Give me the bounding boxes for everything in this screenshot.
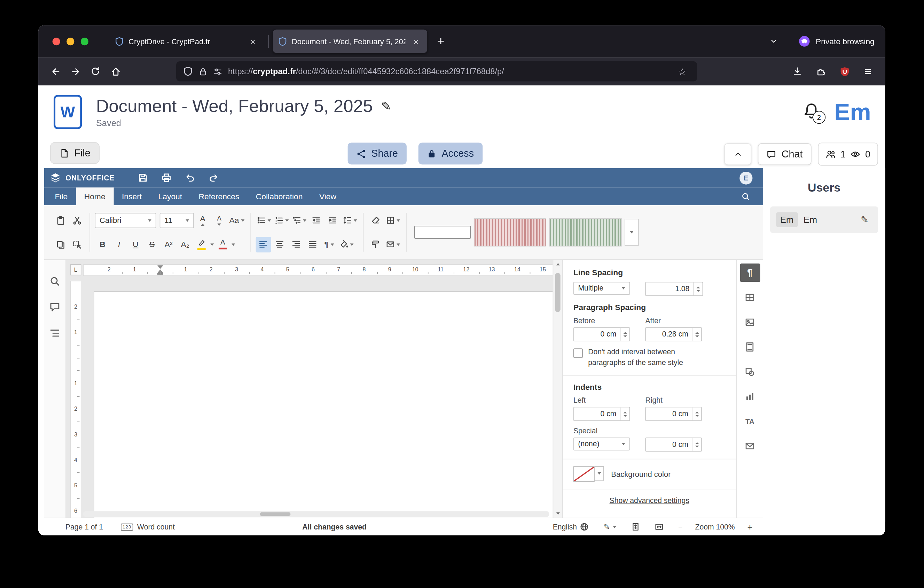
bookmark-star-icon[interactable]: ☆ [674, 65, 690, 78]
tab-stop-selector[interactable]: L [70, 264, 81, 275]
extensions-button[interactable] [811, 62, 831, 81]
copy-style-button[interactable] [368, 237, 383, 252]
collapse-toolbar-button[interactable] [724, 143, 752, 165]
paragraph-style-preview[interactable] [474, 218, 546, 246]
background-color-dropdown[interactable] [595, 466, 604, 481]
line-spacing-button[interactable] [342, 213, 358, 228]
spinner-arrows[interactable] [692, 438, 701, 451]
chevron-down-icon[interactable] [231, 243, 235, 246]
underline-button[interactable]: U [128, 237, 143, 252]
increase-indent-button[interactable] [325, 213, 340, 228]
zoom-out-button[interactable]: − [675, 522, 686, 532]
adblocker-button[interactable] [835, 62, 855, 81]
bullet-list-button[interactable] [256, 213, 272, 228]
spellcheck-button[interactable]: ✎ [600, 522, 620, 532]
paragraph-style-preview[interactable] [549, 218, 622, 246]
nonprinting-characters-button[interactable]: ¶ [321, 237, 337, 252]
horizontal-ruler[interactable]: 21123456789101112131415 [83, 264, 553, 276]
scrollbar-thumb[interactable] [260, 512, 290, 516]
find-button[interactable] [46, 275, 64, 287]
font-size-select[interactable]: 11 [160, 213, 194, 228]
horizontal-scrollbar[interactable] [83, 511, 549, 517]
notifications-button[interactable]: 2 [802, 102, 821, 122]
navigation-button[interactable] [46, 327, 64, 339]
url-bar[interactable]: https://cryptpad.fr/doc/#/3/doc/edit/ff0… [176, 61, 697, 81]
mail-merge-button[interactable] [384, 237, 401, 252]
highlight-color-button[interactable] [194, 237, 209, 252]
fit-page-button[interactable] [627, 522, 644, 532]
zoom-level-label[interactable]: Zoom 100% [694, 522, 736, 531]
special-indent-spinner[interactable]: 0 cm [645, 438, 701, 452]
strikeout-button[interactable]: S [145, 237, 160, 252]
presence-counts[interactable]: 1 0 [818, 143, 878, 166]
italic-button[interactable]: I [111, 237, 127, 252]
tab-file[interactable]: File [47, 187, 76, 205]
decrease-font-button[interactable]: A [212, 213, 227, 228]
multilevel-list-button[interactable] [291, 213, 307, 228]
zoom-window-button[interactable] [81, 37, 88, 45]
special-indent-select[interactable]: (none) [573, 438, 630, 451]
first-line-indent-marker[interactable] [157, 266, 163, 269]
clear-style-button[interactable] [368, 213, 383, 228]
tab-home[interactable]: Home [76, 187, 114, 205]
indent-left-spinner[interactable]: 0 cm [573, 407, 630, 421]
spinner-arrows[interactable] [692, 408, 701, 420]
document-page[interactable] [94, 291, 553, 518]
paste-button[interactable] [53, 213, 68, 228]
back-button[interactable] [45, 62, 66, 81]
print-button[interactable] [155, 170, 178, 185]
copy-button[interactable] [53, 237, 68, 252]
scrollbar-thumb[interactable] [555, 273, 560, 312]
vertical-scrollbar[interactable] [553, 260, 562, 518]
word-count-button[interactable]: 123 Word count [117, 522, 178, 532]
list-tabs-button[interactable] [764, 32, 783, 51]
show-advanced-settings-link[interactable]: Show advanced settings [573, 496, 726, 505]
undo-button[interactable] [178, 170, 202, 185]
spacing-after-spinner[interactable]: 0.28 cm [645, 327, 701, 341]
select-all-button[interactable] [69, 237, 85, 252]
tab-layout[interactable]: Layout [150, 187, 190, 205]
file-button[interactable]: File [50, 142, 100, 164]
chevron-down-icon[interactable] [210, 243, 214, 246]
numbered-list-button[interactable] [273, 213, 290, 228]
scroll-down-arrow[interactable] [553, 509, 562, 518]
close-tab-icon[interactable]: × [410, 36, 422, 47]
forward-button[interactable] [66, 62, 86, 81]
user-avatar[interactable]: Em [834, 99, 871, 126]
redo-button[interactable] [202, 170, 226, 185]
chat-button[interactable]: Chat [758, 143, 812, 165]
tab-view[interactable]: View [311, 187, 345, 205]
close-tab-icon[interactable]: × [247, 36, 259, 47]
menu-button[interactable]: ≡ [858, 62, 878, 81]
justify-button[interactable] [305, 237, 320, 252]
https-lock-icon[interactable] [198, 67, 207, 76]
browser-tab-document[interactable]: Document - Wed, February 5, 2025 × [273, 30, 427, 53]
access-button[interactable]: Access [419, 143, 483, 165]
tracking-shield-icon[interactable] [183, 66, 193, 76]
minimize-window-button[interactable] [66, 37, 74, 45]
tab-insert[interactable]: Insert [114, 187, 150, 205]
chart-settings-tab[interactable] [740, 387, 760, 405]
page-count-label[interactable]: Page 1 of 1 [66, 522, 103, 531]
scroll-up-arrow[interactable] [553, 260, 562, 268]
tab-references[interactable]: References [190, 187, 248, 205]
textart-settings-tab[interactable]: TA [740, 412, 760, 430]
borders-button[interactable] [384, 213, 401, 228]
spinner-arrows[interactable] [692, 328, 701, 341]
decrease-indent-button[interactable] [309, 213, 324, 228]
edit-user-pencil-icon[interactable]: ✎ [857, 213, 872, 226]
style-gallery-expand-button[interactable] [624, 219, 639, 246]
browser-tab-cryptdrive[interactable]: CryptDrive - CryptPad.fr × [110, 30, 264, 53]
paragraph-style-preview[interactable] [414, 226, 470, 239]
change-case-button[interactable]: Aa [228, 213, 246, 228]
spinner-arrows[interactable] [620, 328, 629, 341]
new-tab-button[interactable]: + [431, 31, 451, 51]
share-button[interactable]: Share [348, 143, 407, 165]
subscript-button[interactable]: A₂ [177, 237, 193, 252]
fit-width-button[interactable] [651, 522, 667, 532]
bold-button[interactable]: B [95, 237, 111, 252]
line-spacing-spinner[interactable]: 1.08 [645, 282, 703, 296]
increase-font-button[interactable]: A [195, 213, 210, 228]
save-button[interactable] [131, 170, 155, 185]
indent-right-spinner[interactable]: 0 cm [645, 407, 701, 421]
